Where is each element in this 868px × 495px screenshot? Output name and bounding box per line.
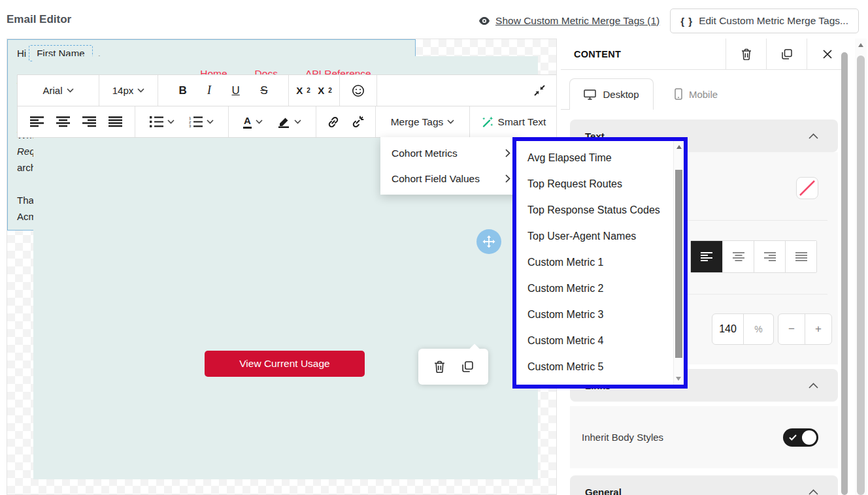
font-color-button[interactable]: A [243, 115, 263, 129]
text-align-control [690, 240, 817, 273]
braces-icon: { } [680, 16, 693, 27]
align-justify-button[interactable] [108, 116, 122, 127]
close-icon [823, 50, 832, 59]
bullet-list-button[interactable] [150, 116, 175, 127]
check-icon [789, 434, 797, 441]
submenu-scrollbar-thumb[interactable] [675, 170, 682, 358]
list-group: 123 [135, 106, 229, 137]
submenu-item[interactable]: Custom Metric 5 [527, 354, 673, 380]
align-right-button[interactable] [82, 116, 96, 127]
duplicate-block-button[interactable] [462, 361, 473, 372]
align-left-button[interactable] [691, 241, 722, 272]
chevron-down-icon [294, 120, 301, 124]
tab-bar-line [561, 109, 569, 110]
align-left-icon [30, 116, 44, 127]
decrement-button[interactable]: − [778, 314, 805, 344]
submenu-item[interactable]: Avg Elapsed Time [527, 145, 673, 171]
sidebar-scrollbar-thumb[interactable] [841, 52, 848, 495]
subscript-button[interactable]: X2 [318, 85, 332, 96]
font-color-icon: A [243, 115, 252, 129]
underline-button[interactable]: U [232, 84, 240, 97]
emoji-button[interactable] [352, 84, 365, 97]
sidebar-duplicate-button[interactable] [766, 39, 807, 69]
show-link-label: Show Custom Metric Merge Tags (1) [495, 15, 659, 27]
align-right-button[interactable] [754, 241, 785, 272]
chevron-down-icon [67, 88, 74, 93]
align-center-icon [733, 252, 744, 261]
font-family-select[interactable]: Arial [42, 85, 73, 96]
script-group: X2 X2 [289, 75, 340, 106]
tab-mobile[interactable]: Mobile [654, 78, 739, 110]
font-color-swatch[interactable] [796, 177, 818, 199]
email-canvas[interactable]: Home Docs API Reference Arial 14px B [7, 39, 557, 495]
scroll-up-arrow[interactable] [858, 43, 863, 47]
text-style-group: B I U S [158, 75, 289, 106]
chevron-down-icon [167, 120, 175, 124]
show-custom-metric-merge-tags-link[interactable]: Show Custom Metric Merge Tags (1) [478, 15, 659, 27]
merge-tags-dropdown-button[interactable]: Merge Tags [391, 116, 455, 128]
align-left-button[interactable] [30, 116, 44, 127]
menu-item-cohort-metrics[interactable]: Cohort Metrics [380, 140, 520, 166]
delete-block-button[interactable] [434, 360, 445, 373]
chevron-down-icon [256, 120, 263, 124]
duplicate-icon [462, 361, 473, 372]
tab-desktop[interactable]: Desktop [569, 78, 654, 110]
align-center-button[interactable] [56, 116, 70, 127]
increment-button[interactable]: + [805, 314, 831, 344]
submenu-item[interactable]: Custom Metric 3 [527, 302, 673, 328]
trash-icon [741, 48, 752, 60]
scroll-up-arrow[interactable] [676, 145, 682, 149]
view-current-usage-button[interactable]: View Current Usage [205, 351, 365, 377]
window-scrollbar-thumb[interactable] [857, 56, 865, 495]
submenu-item[interactable]: Top Response Status Codes [527, 197, 673, 223]
block-move-handle[interactable] [476, 229, 501, 254]
submenu-item[interactable]: Custom Metric 2 [527, 276, 673, 302]
chevron-right-icon [505, 149, 510, 157]
superscript-button[interactable]: X2 [296, 85, 310, 96]
insert-link-button[interactable] [327, 116, 340, 129]
submenu-scrollbar[interactable] [673, 141, 684, 385]
italic-button[interactable]: I [207, 84, 211, 97]
block-actions-popover [418, 349, 488, 385]
remove-link-button[interactable] [351, 115, 365, 129]
sidebar-delete-button[interactable] [726, 39, 766, 69]
merge-tags-group: Merge Tags [376, 106, 470, 137]
inherit-body-styles-toggle[interactable] [783, 428, 818, 447]
scroll-down-arrow[interactable] [676, 377, 681, 381]
highlight-color-button[interactable] [277, 116, 301, 128]
move-icon [482, 235, 495, 248]
chevron-down-icon [207, 120, 214, 124]
submenu-item[interactable]: Custom Metric 1 [527, 249, 673, 276]
strikethrough-button[interactable]: S [260, 84, 267, 97]
links-properties-panel: Inherit Body Styles [570, 406, 838, 468]
color-group: A [229, 106, 316, 137]
header-actions: Show Custom Metric Merge Tags (1) { } Ed… [478, 8, 859, 33]
sidebar-header: CONTENT [561, 39, 847, 70]
align-right-icon [764, 252, 776, 261]
align-center-button[interactable] [722, 241, 754, 272]
edit-custom-metric-merge-tags-button[interactable]: { } Edit Custom Metric Merge Tags... [670, 8, 859, 33]
align-justify-button[interactable] [785, 241, 816, 272]
section-header-general[interactable]: General [570, 475, 838, 495]
numbered-list-button[interactable]: 123 [189, 116, 214, 127]
merge-tags-menu: Cohort Metrics Cohort Field Values [380, 137, 520, 195]
submenu-item[interactable]: Custom Metric 4 [527, 328, 673, 354]
align-justify-icon [795, 252, 807, 261]
link-group [316, 106, 376, 137]
smart-text-button[interactable]: Smart Text [481, 116, 546, 129]
magic-wand-icon [481, 116, 494, 129]
align-justify-icon [108, 116, 122, 127]
line-height-input[interactable]: 140 [712, 314, 744, 344]
smart-text-group: Smart Text [470, 106, 557, 137]
chevron-up-icon [809, 133, 818, 139]
font-size-select[interactable]: 14px [112, 85, 145, 96]
text-toolbar-row-2: 123 A [17, 106, 557, 138]
menu-item-cohort-field-values[interactable]: Cohort Field Values [380, 166, 520, 191]
window-scrollbar[interactable] [855, 39, 867, 495]
chevron-down-icon [447, 120, 454, 124]
collapse-toolbar-button[interactable] [534, 85, 545, 96]
bold-button[interactable]: B [178, 84, 186, 97]
bullet-list-icon [150, 116, 163, 127]
submenu-item[interactable]: Top User-Agent Names [527, 223, 673, 249]
submenu-item[interactable]: Top Request Routes [527, 171, 673, 197]
